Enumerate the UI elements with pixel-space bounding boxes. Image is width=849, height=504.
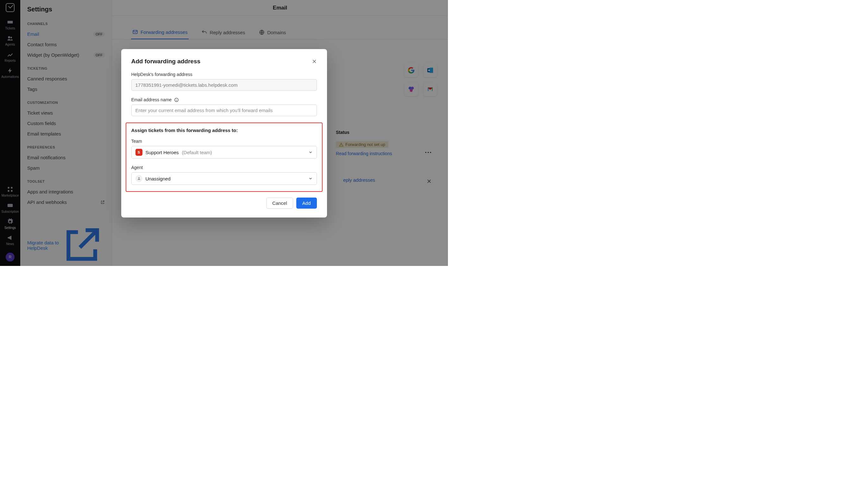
close-icon bbox=[312, 59, 317, 64]
team-label: Team bbox=[131, 139, 317, 144]
team-select[interactable]: S Support Heroes (Default team) bbox=[131, 146, 317, 159]
close-button[interactable] bbox=[312, 59, 317, 64]
assign-title: Assign tickets from this forwarding addr… bbox=[131, 128, 317, 133]
agent-badge-icon bbox=[136, 175, 142, 182]
chevron-down-icon bbox=[308, 150, 313, 155]
fwd-address-field[interactable] bbox=[131, 79, 317, 91]
info-icon[interactable] bbox=[174, 97, 179, 102]
fwd-address-label: HelpDesk's forwarding address bbox=[131, 72, 317, 77]
name-label: Email address name bbox=[131, 97, 317, 102]
svg-point-15 bbox=[138, 177, 140, 179]
team-badge-icon: S bbox=[136, 149, 142, 156]
agent-select[interactable]: Unassigned bbox=[131, 172, 317, 185]
agent-value: Unassigned bbox=[146, 176, 170, 181]
modal-title: Add forwarding address bbox=[131, 58, 201, 65]
cancel-button[interactable]: Cancel bbox=[266, 198, 293, 209]
name-label-text: Email address name bbox=[131, 97, 172, 102]
person-icon bbox=[137, 177, 141, 180]
add-forwarding-modal: Add forwarding address HelpDesk's forwar… bbox=[121, 49, 327, 217]
assign-section: Assign tickets from this forwarding addr… bbox=[126, 123, 323, 192]
agent-label: Agent bbox=[131, 165, 317, 170]
name-field[interactable] bbox=[131, 105, 317, 116]
add-button[interactable]: Add bbox=[296, 198, 317, 209]
chevron-down-icon bbox=[308, 176, 313, 181]
team-note: (Default team) bbox=[182, 150, 212, 155]
team-value: Support Heroes bbox=[146, 150, 179, 155]
